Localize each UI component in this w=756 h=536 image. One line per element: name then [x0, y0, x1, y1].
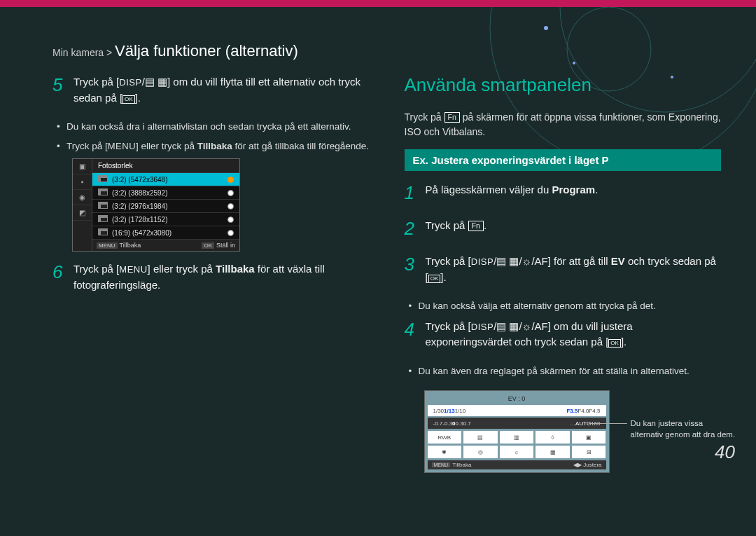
panel-cell: RWB: [428, 431, 462, 444]
panel-cell: ▥: [500, 431, 534, 444]
right-column: Använda smartpanelen Tryck på Fn på skär…: [405, 74, 722, 473]
left-column: 5 Tryck på [DISP/▤ ▦] om du vill ﬂytta t…: [52, 74, 370, 473]
menu-header: Fotostorlek: [92, 159, 239, 173]
bullet: Du kan även dra reglaget på skärmen för …: [419, 364, 722, 378]
menu-footer: MENUTillbaka OKStäll in: [92, 240, 239, 251]
disp-key: DISP: [119, 76, 141, 90]
breadcrumb: Min kamera > Välja funktioner (alternati…: [0, 7, 756, 74]
ok-key: OK: [122, 95, 135, 104]
panel-cell: ▤: [463, 431, 498, 444]
fn-key: Fn: [444, 112, 460, 123]
side-tab-icon: ▣: [73, 159, 92, 174]
list-item: (3:2) (3888x2592): [92, 186, 239, 200]
ev-label: EV : 0: [428, 395, 606, 402]
step-1: 1 På lägesskärmen väljer du Program.: [405, 182, 722, 204]
panel-cell: ▣: [572, 431, 606, 444]
list-item: (3:2) (5472x3648): [92, 173, 239, 186]
panel-cell: ◊: [536, 431, 570, 444]
step-number: 5: [52, 74, 65, 106]
side-tab-icon: ◉: [73, 190, 92, 205]
panel-footer: MENUTillbaka ◀▶ Justera: [428, 460, 606, 469]
step-2: 2 Tryck på Fn.: [405, 218, 722, 240]
panel-cell: ▦: [536, 446, 570, 458]
panel-cell: ◎: [463, 446, 498, 458]
ev-iso-strip: -0.7 -0.3 0 0.3 0.7 … AUTO 160: [428, 418, 606, 429]
step-5: 5 Tryck på [DISP/▤ ▦] om du vill ﬂytta t…: [52, 74, 370, 106]
callout-text: Du kan justera vissa alternativ genom at…: [631, 418, 736, 440]
list-item: (16:9) (5472x3080): [92, 226, 239, 240]
photo-size-menu-screenshot: ▣ ▪ ◉ ◩ Fotostorlek (3:2) (5472x3648) (3…: [72, 158, 240, 252]
step-number: 6: [52, 261, 65, 293]
step-4: 4 Tryck på [DISP/▤ ▦/☼/AF] om du vill ju…: [405, 319, 722, 350]
breadcrumb-title: Välja funktioner (alternativ): [115, 42, 298, 60]
shutter-aperture-strip: 1/30 1/13 1/10 F3.5 F4.0 F4.5: [428, 405, 606, 416]
side-tab-icon: ▪: [73, 174, 92, 190]
step-body: Tryck på [MENU] eller tryck på Tillbaka …: [74, 261, 370, 293]
breadcrumb-prefix: Min kamera >: [52, 47, 112, 58]
step-body: Tryck på [DISP/▤ ▦] om du vill ﬂytta til…: [74, 74, 370, 106]
panel-cell: ✱: [428, 446, 462, 458]
bullet: Tryck på [MENU] eller tryck på Tillbaka …: [66, 139, 370, 153]
panel-cell: ⊞: [572, 446, 606, 458]
section-intro: Tryck på Fn på skärmen för att öppna vis…: [405, 110, 722, 139]
panel-cell: ☼: [500, 446, 534, 458]
side-tab-icon: ◩: [73, 205, 92, 221]
list-item: (3:2) (1728x1152): [92, 213, 239, 226]
example-heading: Ex. Justera exponeringsvärdet i läget P: [405, 149, 722, 171]
bullet: Du kan också välja ett alternativ genom …: [419, 299, 722, 313]
bullet: Du kan också dra i alternativlistan och …: [66, 120, 370, 134]
page-number: 40: [715, 441, 735, 463]
top-accent-bar: [0, 0, 756, 7]
step-6: 6 Tryck på [MENU] eller tryck på Tillbak…: [52, 261, 370, 293]
smartpanel-screenshot: EV : 0 1/30 1/13 1/10 F3.5 F4.0 F4.5 -0.…: [424, 390, 610, 473]
list-item: (3:2) (2976x1984): [92, 200, 239, 213]
callout-line: [589, 423, 627, 424]
step-3: 3 Tryck på [DISP/▤ ▦/☼/AF] för att gå ti…: [405, 254, 722, 285]
section-title: Använda smartpanelen: [405, 74, 722, 96]
fn-key: Fn: [468, 221, 484, 231]
